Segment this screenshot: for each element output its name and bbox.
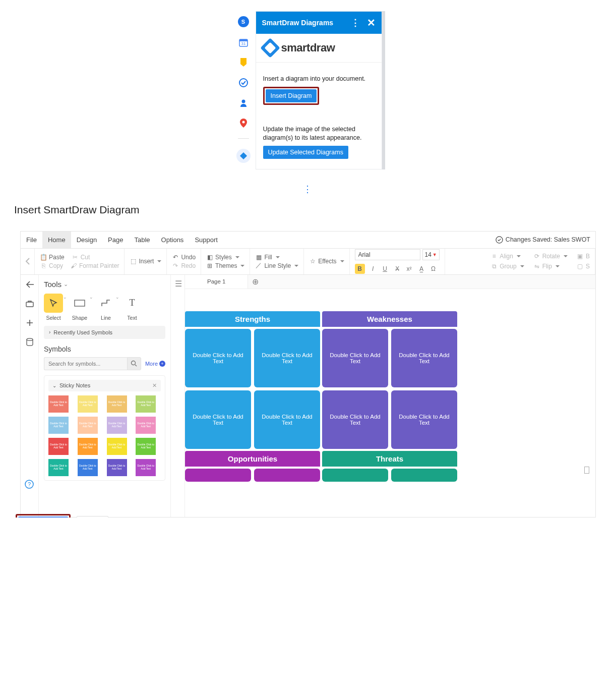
group-dropdown[interactable]: ⧉Group [490, 263, 524, 270]
tab-home[interactable]: Home [42, 232, 71, 248]
rotate-dropdown[interactable]: ⟳Rotate [533, 253, 568, 260]
symbol-search-input[interactable] [44, 357, 127, 370]
sticky-note-swatch[interactable]: Double Click to Add Text [136, 438, 156, 455]
ribbon-collapse-icon[interactable] [21, 249, 35, 274]
page-tab-1[interactable]: Page 1 [185, 275, 248, 289]
themes-dropdown[interactable]: ⊞Themes [206, 262, 244, 269]
effects-dropdown[interactable]: ☆Effects [309, 258, 344, 265]
plus-icon[interactable] [25, 318, 34, 327]
insert-diagram-footer-button[interactable]: Insert Diagram [18, 517, 68, 518]
more-link[interactable]: More+ [145, 361, 165, 367]
insert-dropdown[interactable]: ⬚Insert [130, 258, 161, 265]
zoom-slider-handle[interactable] [584, 467, 589, 474]
bring-front-button[interactable]: ▣B [577, 253, 590, 260]
weaknesses-header[interactable]: Weaknesses [322, 311, 457, 327]
strengths-cell[interactable]: Double Click to Add Text [185, 329, 251, 387]
sticky-note-swatch[interactable]: Double Click to Add Text [107, 417, 127, 434]
font-color-button[interactable]: A̲ [417, 265, 425, 272]
opportunities-header[interactable]: Opportunities [185, 451, 320, 467]
redo-button[interactable]: ↷Redo [172, 262, 196, 269]
strengths-cell[interactable]: Double Click to Add Text [254, 390, 320, 449]
smartdraw-rail-icon[interactable] [236, 149, 251, 163]
weaknesses-cell[interactable]: Double Click to Add Text [322, 329, 388, 387]
tab-page[interactable]: Page [102, 232, 129, 248]
sticky-note-swatch[interactable]: Double Click to Add Text [107, 459, 127, 476]
pages-list-icon[interactable]: ☰ [171, 275, 184, 293]
back-arrow-icon[interactable] [25, 280, 34, 289]
database-icon[interactable] [25, 337, 34, 347]
styles-dropdown[interactable]: ◧Styles [206, 254, 244, 261]
send-back-button[interactable]: ▢S [577, 263, 590, 270]
sticky-note-swatch[interactable]: Double Click to Add Text [48, 395, 69, 413]
copy-button[interactable]: ⎘Copy [40, 262, 63, 269]
sticky-note-swatch[interactable]: Double Click to Add Text [136, 395, 156, 413]
sticky-note-swatch[interactable]: Double Click to Add Text [136, 417, 156, 434]
italic-button[interactable]: I [369, 265, 377, 272]
sticky-note-swatch[interactable]: Double Click to Add Text [48, 459, 69, 476]
tab-support[interactable]: Support [189, 232, 223, 248]
sticky-note-swatch[interactable]: Double Click to Add Text [78, 395, 98, 413]
shape-tool[interactable]: ⌄Shape [70, 294, 89, 321]
kebab-icon[interactable]: ⋮ [351, 17, 360, 28]
sticky-note-swatch[interactable]: Double Click to Add Text [48, 417, 69, 434]
maps-icon[interactable] [238, 118, 249, 128]
paste-button[interactable]: 📋Paste [40, 254, 65, 261]
calendar-icon[interactable]: 31 [238, 37, 249, 47]
threats-header[interactable]: Threats [322, 451, 457, 467]
weaknesses-cell[interactable]: Double Click to Add Text [322, 390, 388, 449]
addon-scrollbar[interactable] [382, 11, 385, 169]
flip-dropdown[interactable]: ⇋Flip [533, 263, 568, 270]
update-diagrams-button[interactable]: Update Selected Diagrams [263, 146, 348, 159]
weaknesses-cell[interactable]: Double Click to Add Text [391, 390, 457, 449]
opportunities-cell[interactable] [254, 469, 320, 482]
tab-file[interactable]: File [21, 232, 42, 248]
sticky-note-swatch[interactable]: Double Click to Add Text [78, 459, 98, 476]
bold-button[interactable]: B [355, 264, 365, 274]
avatar-icon[interactable]: S [238, 16, 249, 27]
sticky-note-swatch[interactable]: Double Click to Add Text [78, 417, 98, 434]
tab-table[interactable]: Table [129, 232, 155, 248]
linestyle-dropdown[interactable]: ／Line Style [255, 262, 298, 269]
font-size-select[interactable]: 14▼ [422, 249, 440, 260]
close-icon[interactable]: ✕ [367, 17, 376, 29]
fill-dropdown[interactable]: ▦Fill [255, 254, 298, 261]
sticky-note-swatch[interactable]: Double Click to Add Text [107, 438, 127, 455]
cut-button[interactable]: ✂Cut [72, 254, 90, 261]
underline-button[interactable]: U [381, 265, 389, 272]
text-tool[interactable]: TText [122, 294, 142, 321]
sticky-panel-header[interactable]: ⌄Sticky Notes✕ [48, 380, 161, 391]
search-button[interactable] [127, 357, 141, 370]
canvas[interactable]: Strengths Double Click to Add Text Doubl… [185, 289, 595, 517]
superscript-button[interactable]: x² [405, 265, 413, 272]
strike-button[interactable]: X̶ [393, 265, 401, 272]
select-tool[interactable]: ⌄Select [44, 294, 63, 321]
omega-button[interactable]: Ω [429, 265, 438, 272]
align-dropdown[interactable]: ≡Align [490, 253, 524, 260]
sticky-note-swatch[interactable]: Double Click to Add Text [78, 438, 98, 455]
sticky-note-swatch[interactable]: Double Click to Add Text [136, 459, 156, 476]
strengths-cell[interactable]: Double Click to Add Text [185, 390, 251, 449]
threats-cell[interactable] [322, 469, 388, 482]
keep-icon[interactable] [238, 58, 249, 68]
weaknesses-cell[interactable]: Double Click to Add Text [391, 329, 457, 387]
recent-symbols-bar[interactable]: ›Recently Used Symbols [44, 326, 165, 339]
cancel-button[interactable]: Cancel [77, 516, 108, 518]
close-panel-icon[interactable]: ✕ [152, 382, 157, 389]
format-painter-button[interactable]: 🖌Format Painter [70, 262, 119, 269]
toolbox-icon[interactable] [25, 299, 34, 308]
sticky-note-swatch[interactable]: Double Click to Add Text [107, 395, 127, 413]
contacts-icon[interactable] [238, 98, 249, 108]
help-icon[interactable]: ? [25, 480, 34, 489]
tools-title[interactable]: Tools⌄ [44, 280, 165, 289]
sticky-note-swatch[interactable]: Double Click to Add Text [48, 438, 69, 455]
opportunities-cell[interactable] [185, 469, 251, 482]
tasks-icon[interactable] [238, 78, 249, 88]
tab-options[interactable]: Options [156, 232, 190, 248]
add-page-button[interactable]: ⊕ [248, 277, 262, 286]
threats-cell[interactable] [391, 469, 457, 482]
font-select[interactable] [355, 249, 420, 260]
strengths-cell[interactable]: Double Click to Add Text [254, 329, 320, 387]
strengths-header[interactable]: Strengths [185, 311, 320, 327]
tab-design[interactable]: Design [71, 232, 102, 248]
insert-diagram-button[interactable]: Insert Diagram [266, 89, 317, 102]
